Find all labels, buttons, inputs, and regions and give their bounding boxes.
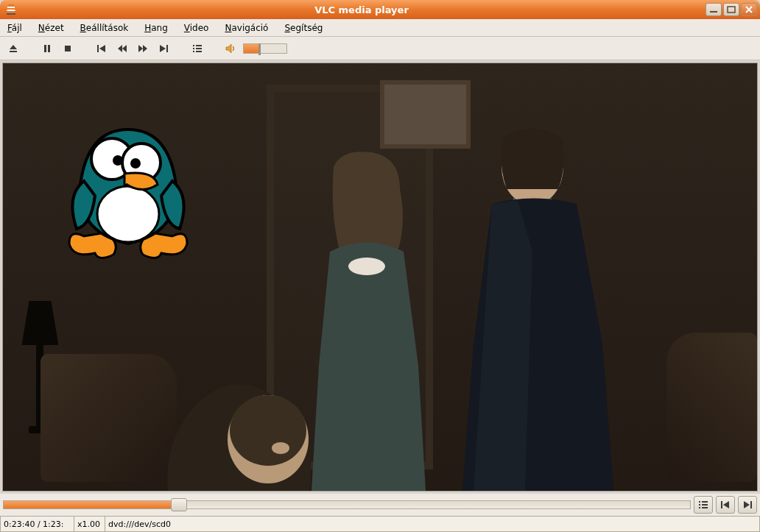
- menu-audio[interactable]: Hang: [141, 21, 171, 35]
- window-title: VLC media player: [18, 4, 706, 15]
- svg-rect-28: [699, 501, 700, 503]
- close-button[interactable]: [741, 3, 757, 16]
- svg-rect-3: [710, 11, 717, 13]
- volume-fill: [244, 44, 258, 53]
- svg-point-18: [348, 258, 385, 275]
- menu-view-label: ézet: [45, 23, 64, 33]
- mute-button[interactable]: [222, 40, 240, 57]
- seek-fill: [4, 501, 179, 508]
- svg-rect-5: [10, 51, 17, 52]
- svg-rect-31: [702, 504, 708, 506]
- svg-rect-15: [193, 51, 194, 52]
- menu-settings[interactable]: Beállítások: [77, 21, 132, 35]
- svg-rect-8: [65, 46, 71, 52]
- seek-thumb[interactable]: [171, 498, 187, 511]
- menu-navigation-label: avigáció: [231, 23, 268, 33]
- status-time: 0:23:40 / 1:23:: [0, 516, 74, 532]
- svg-rect-11: [193, 45, 194, 46]
- svg-rect-7: [48, 45, 50, 52]
- svg-rect-16: [196, 51, 202, 52]
- svg-point-23: [97, 186, 159, 242]
- svg-rect-9: [97, 45, 99, 52]
- menu-view[interactable]: Nézet: [35, 21, 67, 35]
- fastforward-button[interactable]: [134, 40, 152, 57]
- app-icon: [4, 3, 18, 16]
- svg-point-26: [113, 155, 123, 166]
- svg-rect-35: [750, 501, 752, 508]
- seek-slider[interactable]: [3, 500, 691, 509]
- window-controls: [706, 3, 757, 16]
- menubar: Fájl Nézet Beállítások Hang Video Navigá…: [0, 19, 760, 37]
- stop-button[interactable]: [59, 40, 77, 57]
- svg-rect-13: [193, 48, 194, 49]
- svg-rect-10: [166, 45, 168, 52]
- next-track-button[interactable]: [738, 496, 757, 514]
- penguin-logo-overlay: [54, 115, 202, 262]
- volume-thumb[interactable]: [258, 43, 261, 55]
- pause-button[interactable]: [38, 40, 56, 57]
- playlist-button[interactable]: [694, 496, 713, 514]
- titlebar: VLC media player: [0, 0, 760, 19]
- menu-video[interactable]: Video: [181, 21, 212, 35]
- svg-rect-1: [7, 10, 15, 11]
- svg-rect-34: [721, 501, 722, 508]
- svg-point-21: [230, 395, 306, 466]
- status-source: dvd:///dev/scd0: [105, 516, 760, 532]
- next-button[interactable]: [155, 40, 172, 57]
- previous-button[interactable]: [93, 40, 110, 57]
- maximize-button[interactable]: [723, 3, 739, 16]
- svg-rect-6: [44, 45, 46, 52]
- svg-rect-2: [7, 13, 15, 15]
- svg-rect-12: [196, 45, 202, 46]
- svg-rect-30: [699, 504, 700, 506]
- menu-file[interactable]: Fájl: [4, 21, 25, 35]
- video-area[interactable]: [2, 63, 758, 492]
- menu-file-label: ájl: [12, 23, 22, 33]
- svg-rect-29: [702, 501, 708, 503]
- eject-button[interactable]: [4, 40, 22, 57]
- menu-help[interactable]: Segítség: [281, 21, 326, 35]
- menu-video-label: ideo: [190, 23, 209, 33]
- seek-row: [0, 494, 760, 516]
- playlist-toggle-button[interactable]: [189, 40, 206, 57]
- status-speed: x1.00: [74, 516, 105, 532]
- svg-point-22: [272, 442, 289, 454]
- rewind-button[interactable]: [113, 40, 131, 57]
- svg-rect-0: [7, 7, 15, 8]
- menu-help-label: egítség: [290, 23, 323, 33]
- volume-slider[interactable]: [243, 43, 287, 54]
- menu-settings-label: eállítások: [86, 23, 128, 33]
- video-frame: [3, 63, 757, 491]
- svg-point-27: [130, 158, 141, 169]
- svg-rect-4: [728, 7, 735, 13]
- toolbar: [0, 37, 760, 60]
- statusbar: 0:23:40 / 1:23: x1.00 dvd:///dev/scd0: [0, 516, 760, 532]
- minimize-button[interactable]: [706, 3, 722, 16]
- svg-rect-14: [196, 48, 202, 49]
- svg-rect-32: [699, 507, 700, 508]
- previous-track-button[interactable]: [716, 496, 735, 514]
- menu-audio-label: ang: [151, 23, 168, 33]
- menu-navigation[interactable]: Navigáció: [222, 21, 271, 35]
- svg-rect-33: [702, 507, 708, 508]
